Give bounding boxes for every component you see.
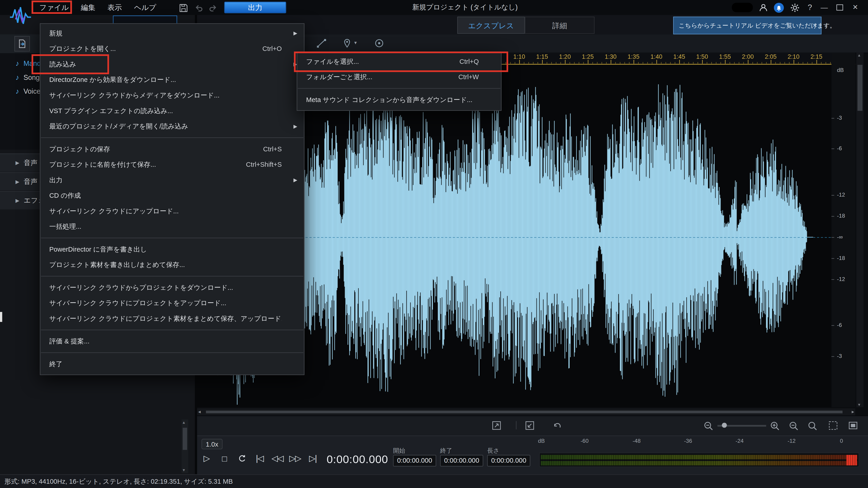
scroll-right-icon[interactable]: ▸	[852, 408, 854, 415]
notification-bell-icon[interactable]	[773, 2, 785, 14]
file-menu-item-label: 出力	[49, 175, 282, 185]
meter-led-overlay	[541, 455, 858, 466]
db-tick	[831, 118, 834, 119]
db-tick	[831, 356, 834, 357]
time-field-label: 開始	[393, 447, 436, 455]
scroll-left-icon[interactable]: ◂	[198, 408, 201, 415]
file-menu-item[interactable]: PowerDirector に音声を書き出し	[40, 241, 304, 257]
menubar-item-2[interactable]: 表示	[101, 0, 128, 15]
file-menu-item[interactable]: 出力▶	[40, 172, 304, 188]
zoom-fit-icon[interactable]	[806, 420, 818, 432]
scroll-up-icon[interactable]: ▴	[183, 420, 185, 425]
file-menu-item[interactable]: CD の作成	[40, 188, 304, 203]
to-end-button[interactable]: ▷|	[306, 451, 320, 465]
file-menu-item[interactable]: プロジェクト素材を書き出し/まとめて保存...	[40, 257, 304, 272]
to-start-button[interactable]: |◁	[252, 451, 267, 465]
file-menu-item[interactable]: サイバーリンク クラウドにプロジェクトをアップロード...	[40, 295, 304, 311]
db-axis-label: -12	[837, 276, 845, 282]
tool-marker-icon[interactable]	[341, 37, 353, 49]
time-field-value[interactable]: 0:00:00.000	[440, 455, 483, 466]
maximize-icon[interactable]	[834, 1, 846, 13]
scrollbar-thumb[interactable]	[183, 428, 187, 450]
file-menu-item[interactable]: サイバーリンク クラウドからプロジェクトをダウンロード...	[40, 280, 304, 295]
file-menu-item-label: プロジェクトに名前を付けて保存...	[49, 160, 246, 169]
full-view-icon[interactable]	[847, 420, 859, 432]
meter-scale-label: -48	[627, 438, 647, 444]
tab-advanced[interactable]: 詳細	[525, 17, 595, 34]
scroll-down-icon[interactable]: ▾	[858, 402, 860, 407]
fit-selection-icon[interactable]	[491, 420, 503, 432]
import-submenu-item[interactable]: Meta サウンド コレクションから音声をダウンロード...	[297, 92, 501, 108]
zoom-slider-knob[interactable]	[722, 423, 727, 428]
menubar-item-1[interactable]: 編集	[75, 0, 101, 15]
time-field-value[interactable]: 0:00:00.000	[487, 455, 530, 466]
import-media-button[interactable]	[14, 36, 30, 52]
redo-icon[interactable]	[207, 2, 219, 14]
file-menu-item[interactable]: プロジェクトに名前を付けて保存...Ctrl+Shift+S	[40, 157, 304, 172]
scroll-down-icon[interactable]: ▾	[183, 468, 185, 472]
scrollbar-thumb[interactable]	[206, 411, 842, 413]
file-menu-item[interactable]: VST プラグイン エフェクトの読み込み...	[40, 103, 304, 119]
horizontal-scrollbar[interactable]: ◂ ▸	[197, 408, 855, 415]
file-menu-item-shortcut: Ctrl+S	[263, 145, 282, 153]
time-field-value[interactable]: 0:00:00.000	[393, 455, 436, 466]
left-vertical-scrollbar[interactable]: ▴ ▾	[182, 420, 188, 473]
tab-express[interactable]: エクスプレス	[457, 17, 525, 34]
meter-scale-label: dB	[531, 438, 551, 444]
right-vertical-scrollbar[interactable]: ▴ ▾	[857, 53, 864, 407]
music-note-icon: ♪	[16, 59, 19, 68]
transport-buttons: ▷□|◁◁◁▷▷▷|	[199, 451, 320, 465]
file-menu-item[interactable]: 評価 & 提案...	[40, 334, 304, 349]
user-account-icon[interactable]	[757, 2, 770, 14]
file-menu-item-label: サイバーリンク クラウドからメディアをダウンロード...	[49, 90, 282, 100]
menu-bar: ファイル編集表示ヘルプ 出力 新規プロジェクト (タイトルなし) ? — ×	[0, 0, 868, 16]
playback-speed[interactable]: 1.0x	[202, 439, 222, 450]
file-menu-item[interactable]: 最近のプロジェクト/メディアを開く/読み込み▶	[40, 119, 304, 134]
scroll-up-icon[interactable]: ▴	[858, 53, 860, 58]
help-icon[interactable]: ?	[804, 1, 816, 13]
produce-button[interactable]: 出力	[224, 2, 286, 13]
meter-scale-label: -60	[575, 438, 594, 444]
file-menu-item-label: サイバーリンク クラウドにアップロード...	[49, 206, 282, 216]
rewind-button[interactable]: ◁◁	[270, 451, 285, 465]
panel-section-label: 音声 (	[24, 177, 42, 186]
stop-button[interactable]: □	[217, 451, 231, 465]
zoom-out-secondary-icon[interactable]	[787, 420, 799, 432]
file-menu-item[interactable]: 終了	[40, 356, 304, 372]
fast-forward-button[interactable]: ▷▷	[288, 451, 302, 465]
file-menu-item[interactable]: サイバーリンク クラウドからメディアをダウンロード...	[40, 88, 304, 103]
file-menu-item[interactable]: 一括処理...	[40, 219, 304, 234]
time-display: 0:00:00.000	[327, 453, 388, 466]
selection-zoom-icon[interactable]	[827, 420, 839, 432]
tool-fade-icon[interactable]	[315, 37, 328, 49]
minimize-icon[interactable]: —	[818, 1, 831, 13]
file-menu-item[interactable]: サイバーリンク クラウドにプロジェクト素材をまとめて保存、アップロード...	[40, 311, 304, 326]
file-menu-item[interactable]: プロジェクトの保存Ctrl+S	[40, 141, 304, 157]
tool-dropdown-caret-icon[interactable]: ▾	[354, 40, 357, 45]
file-menu-item[interactable]: サイバーリンク クラウドにアップロード...	[40, 203, 304, 219]
undo-icon[interactable]	[193, 2, 205, 14]
save-icon[interactable]	[177, 2, 189, 14]
toast-close-icon[interactable]: ×	[813, 17, 817, 34]
file-menu-item-label: サイバーリンク クラウドにプロジェクトをアップロード...	[49, 298, 282, 308]
close-icon[interactable]: ×	[849, 1, 862, 13]
scrollbar-thumb[interactable]	[857, 65, 862, 111]
zoom-in-icon[interactable]	[768, 420, 780, 432]
tutorial-toast-text: こちらからチュートリアル ビデオをご覧いただけます。	[679, 17, 836, 34]
file-menu-item[interactable]: DirectorZone から効果音をダウンロード...	[40, 72, 304, 88]
undo-zoom-icon[interactable]	[551, 420, 563, 432]
tool-spot-icon[interactable]	[373, 37, 385, 49]
settings-gear-icon[interactable]	[789, 2, 801, 14]
file-menu-item-shortcut: Ctrl+Shift+S	[246, 161, 282, 168]
play-button[interactable]: ▷	[199, 451, 214, 465]
expand-arrow-icon: ▶	[16, 160, 20, 166]
time-field-label: 長さ	[487, 447, 530, 455]
time-field-label: 終了	[440, 447, 483, 455]
loop-button[interactable]	[235, 451, 249, 465]
zoom-out-icon[interactable]	[702, 420, 714, 432]
restore-zoom-icon[interactable]	[524, 420, 536, 432]
file-menu-item[interactable]: 新規▶	[40, 26, 304, 41]
music-note-icon: ♪	[16, 73, 19, 82]
file-menu-item-label: 一括処理...	[49, 222, 282, 231]
menubar-item-3[interactable]: ヘルプ	[128, 0, 162, 15]
